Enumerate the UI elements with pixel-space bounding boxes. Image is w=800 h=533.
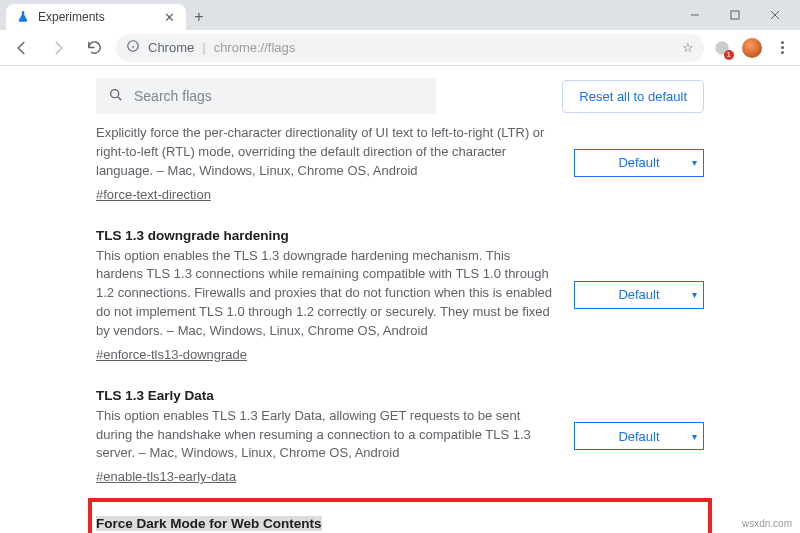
titlebar: Experiments ✕ +	[0, 0, 800, 30]
svg-line-9	[118, 97, 121, 100]
svg-rect-1	[731, 11, 739, 19]
flag-list: Explicitly force the per-character direc…	[0, 124, 800, 533]
close-window-icon[interactable]	[756, 2, 794, 28]
flag-description: Explicitly force the per-character direc…	[96, 124, 554, 181]
omnibox-prefix: Chrome	[148, 40, 194, 55]
flag-select-value: Default	[618, 429, 659, 444]
search-icon	[108, 87, 124, 106]
bookmark-star-icon[interactable]: ☆	[682, 40, 694, 55]
svg-point-8	[111, 89, 119, 97]
omnibox-url: chrome://flags	[214, 40, 296, 55]
flags-header: Search flags Reset all to default	[0, 66, 800, 124]
reset-all-button[interactable]: Reset all to default	[562, 80, 704, 113]
flag-item: TLS 1.3 downgrade hardening This option …	[96, 216, 704, 376]
info-icon	[126, 39, 140, 56]
flag-description: This option enables the TLS 1.3 downgrad…	[96, 247, 554, 341]
flag-dropdown[interactable]: Default ▾	[574, 149, 704, 177]
toolbar: Chrome | chrome://flags ☆ 1	[0, 30, 800, 66]
browser-menu-button[interactable]	[772, 38, 792, 58]
avatar-icon	[742, 38, 762, 58]
flag-hash-link[interactable]: #force-text-direction	[96, 187, 211, 202]
flag-description: This option enables TLS 1.3 Early Data, …	[96, 407, 554, 464]
flag-title: TLS 1.3 Early Data	[96, 388, 554, 403]
chevron-down-icon: ▾	[692, 431, 697, 442]
maximize-icon[interactable]	[716, 2, 754, 28]
forward-button[interactable]	[44, 34, 72, 62]
flask-icon	[16, 10, 30, 24]
flag-title: TLS 1.3 downgrade hardening	[96, 228, 554, 243]
watermark: wsxdn.com	[742, 518, 792, 529]
search-placeholder: Search flags	[134, 88, 212, 104]
omnibox-separator: |	[202, 40, 205, 55]
extension-icon-1[interactable]: 1	[712, 38, 732, 58]
reload-button[interactable]	[80, 34, 108, 62]
new-tab-button[interactable]: +	[186, 4, 212, 30]
flag-item-highlighted: Force Dark Mode for Web Contents Automat…	[96, 498, 704, 533]
close-tab-icon[interactable]: ✕	[162, 10, 176, 24]
minimize-icon[interactable]	[676, 2, 714, 28]
flag-item: TLS 1.3 Early Data This option enables T…	[96, 376, 704, 499]
notification-badge: 1	[724, 50, 734, 60]
flag-hash-link[interactable]: #enforce-tls13-downgrade	[96, 347, 247, 362]
window-controls	[676, 0, 794, 30]
page-content: Search flags Reset all to default Explic…	[0, 66, 800, 533]
flag-hash-link[interactable]: #enable-tls13-early-data	[96, 469, 236, 484]
tab-title: Experiments	[38, 10, 154, 24]
flag-title: Force Dark Mode for Web Contents	[96, 516, 554, 531]
search-flags-input[interactable]: Search flags	[96, 78, 436, 114]
extension-icons: 1	[712, 38, 792, 58]
chevron-down-icon: ▾	[692, 289, 697, 300]
profile-avatar[interactable]	[742, 38, 762, 58]
flag-select-value: Default	[618, 155, 659, 170]
chevron-down-icon: ▾	[692, 157, 697, 168]
flag-dropdown[interactable]: Default ▾	[574, 281, 704, 309]
flag-select-value: Default	[618, 287, 659, 302]
flag-item: Explicitly force the per-character direc…	[96, 124, 704, 216]
browser-tab[interactable]: Experiments ✕	[6, 4, 186, 30]
flag-dropdown[interactable]: Default ▾	[574, 422, 704, 450]
back-button[interactable]	[8, 34, 36, 62]
address-bar[interactable]: Chrome | chrome://flags ☆	[116, 34, 704, 62]
